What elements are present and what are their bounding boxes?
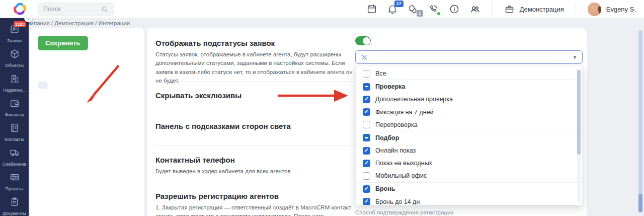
- briefcase-icon: [504, 4, 515, 15]
- user-name: Evgeny S.: [606, 6, 636, 13]
- users-icon[interactable]: [469, 4, 480, 15]
- chats-icon[interactable]: 1: [408, 4, 419, 15]
- section-title: Контактный телефон: [155, 156, 358, 164]
- dropdown-option[interactable]: Все: [356, 67, 582, 80]
- settings-section: Разрешить регистрацию агентов 1. Закрыта…: [155, 181, 358, 216]
- checkbox-icon[interactable]: [363, 160, 370, 167]
- topbar-divider: [492, 3, 493, 15]
- sidebar-item-label: Финансы: [5, 112, 24, 117]
- sidebar-item-label: Проекты: [5, 186, 23, 191]
- dropdown-option-label: Дополнительная проверка: [375, 96, 453, 103]
- settings-menu-item[interactable]: [38, 74, 48, 82]
- dropdown-option[interactable]: Подбор: [356, 131, 582, 144]
- substatuses-toggle[interactable]: [355, 36, 371, 45]
- sidebar-item[interactable]: Контакты: [0, 122, 29, 142]
- checkbox-icon[interactable]: [363, 134, 370, 141]
- dropdown-option[interactable]: Перепроверка: [356, 119, 582, 131]
- search-placeholder: Поиск: [43, 6, 61, 13]
- truck-icon: [9, 147, 20, 160]
- dropdown-option[interactable]: Мобильный офис: [356, 170, 582, 182]
- search-input[interactable]: Поиск: [38, 3, 114, 16]
- page-scrollbar-track[interactable]: [638, 30, 642, 213]
- section-title: Панель с подсказками сторон света: [155, 122, 358, 130]
- settings-section: Контактный телефон Будет выведен в хэдер…: [155, 146, 358, 181]
- dropdown-option-label: Подбор: [375, 134, 399, 141]
- checkbox-icon[interactable]: [363, 198, 370, 205]
- app-logo[interactable]: [13, 2, 27, 16]
- settings-section: Панель с подсказками сторон света: [155, 107, 358, 146]
- dropdown-option-label: Фиксация на 7 дней: [375, 109, 434, 116]
- topbar: Поиск 17 1: [0, 0, 644, 18]
- contacts-icon: [9, 122, 20, 135]
- clear-icon[interactable]: [361, 54, 368, 61]
- dropdown-option[interactable]: Фиксация на 7 дней: [356, 106, 582, 118]
- checkbox-icon[interactable]: [363, 108, 370, 116]
- dropdown-option[interactable]: Показ на выходных: [356, 157, 582, 170]
- info-icon[interactable]: [449, 4, 460, 15]
- sidebar-item-label: Заявки: [7, 38, 22, 43]
- phone-icon[interactable]: [428, 4, 439, 15]
- section-description: 1. Закрытая регистрация — ответственный …: [155, 203, 353, 216]
- app-window: Поиск 17 1: [0, 0, 644, 216]
- search-icon: [101, 5, 109, 13]
- building-icon: [9, 73, 20, 86]
- sidebar-item-label: Снабжение: [3, 162, 27, 167]
- settings-section: Отображать подстатусы заявок Статусы зая…: [155, 28, 358, 82]
- sidebar-item[interactable]: Документы: [0, 196, 29, 216]
- dropdown-option[interactable]: Онлайн показ: [356, 144, 582, 157]
- sidebar-item[interactable]: Снабжение: [0, 147, 29, 167]
- registration-method-label: Способ подтверждения регистрации: [355, 209, 454, 215]
- sidebar-item[interactable]: Проекты: [0, 172, 29, 191]
- checkbox-icon[interactable]: [363, 121, 370, 128]
- sidebar-item[interactable]: Объекты: [0, 48, 29, 68]
- dropdown-option[interactable]: Бронь: [356, 183, 582, 195]
- dropdown-option[interactable]: Дополнительная проверка: [356, 93, 582, 106]
- dropdown-option[interactable]: Бронь до 14 дн: [356, 195, 582, 205]
- save-button[interactable]: Сохранить: [38, 36, 88, 50]
- breadcrumb[interactable]: Компания / Демонстрация / Интеграции: [23, 19, 130, 28]
- clipboard-icon: [9, 196, 20, 209]
- dropdown-option-label: Проверка: [375, 83, 406, 90]
- sidebar-item[interactable]: Финансы: [0, 98, 29, 117]
- sidebar-item[interactable]: 2183 Заявки: [0, 24, 29, 43]
- substatus-select[interactable]: ▼: [355, 50, 583, 64]
- main-sidebar: › 2183 Заявки Объекты Недвижи... Финансы…: [0, 18, 29, 216]
- user-menu[interactable]: Evgeny S.: [588, 3, 636, 16]
- settings-menu-panel: Сохранить: [30, 28, 144, 216]
- calendar-icon[interactable]: [366, 4, 377, 15]
- topbar-icons: 17 1 Демонстрация: [366, 0, 636, 18]
- settings-content-panel: Отображать подстатусы заявок Статусы зая…: [147, 28, 587, 216]
- checkbox-icon[interactable]: [363, 83, 370, 91]
- wallet-icon: [9, 98, 20, 111]
- workspace-switcher[interactable]: Демонстрация: [504, 4, 564, 15]
- page-scrollbar-thumb[interactable]: [638, 194, 642, 212]
- settings-menu-item[interactable]: [38, 97, 48, 104]
- settings-menu-item[interactable]: [38, 66, 48, 74]
- notifications-icon[interactable]: 17: [387, 4, 398, 15]
- checkbox-icon[interactable]: [363, 147, 370, 155]
- sidebar-item[interactable]: Недвижи...: [0, 73, 29, 93]
- online-status-dot: [437, 12, 441, 16]
- dropdown-option[interactable]: Проверка: [356, 80, 582, 93]
- settings-section: Скрывать эксклюзивы: [155, 82, 358, 107]
- checkbox-icon[interactable]: [363, 70, 370, 78]
- section-title: Разрешить регистрацию агентов: [155, 192, 358, 200]
- checkbox-icon[interactable]: [363, 185, 370, 193]
- count-badge: 2183: [14, 21, 26, 27]
- workspace-label: Демонстрация: [520, 6, 564, 13]
- sidebar-item-label: Документы: [3, 211, 26, 216]
- cube-icon: [9, 48, 20, 61]
- dropdown-option-label: Бронь до 14 дн: [375, 198, 420, 205]
- right-column: ▼ Все Проверка Дополнительная проверка Ф…: [355, 28, 583, 216]
- checkbox-icon[interactable]: [363, 172, 370, 180]
- dropdown-scrollbar-thumb[interactable]: [577, 70, 581, 155]
- chevron-down-icon[interactable]: ▼: [573, 55, 577, 60]
- settings-menu-item[interactable]: [38, 59, 48, 66]
- settings-menu-item[interactable]: [38, 89, 48, 97]
- checkbox-icon[interactable]: [363, 96, 370, 103]
- bricks-icon: [9, 172, 20, 185]
- sidebar-item-label: Объекты: [5, 63, 24, 68]
- settings-menu-item[interactable]: [38, 82, 48, 89]
- settings-menu: [38, 59, 144, 104]
- chat-badge: 1: [417, 10, 423, 17]
